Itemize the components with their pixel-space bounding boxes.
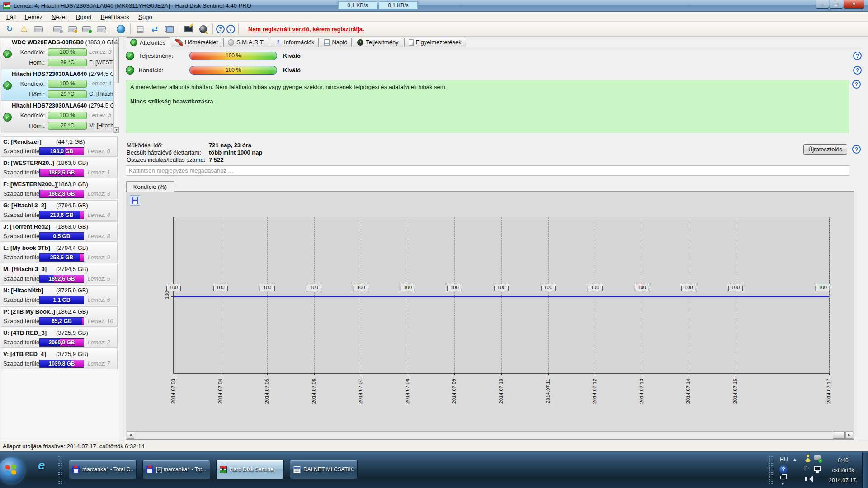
expand-arrow-icon[interactable]: ▲ (793, 457, 797, 462)
scroll-right-icon[interactable]: ► (845, 432, 853, 439)
help-icon[interactable]: ? (216, 25, 225, 33)
disk-list-scrollbar[interactable]: ▲ ▼ (113, 37, 119, 133)
scroll-down-icon[interactable]: ▼ (114, 127, 119, 133)
feedback-flag-icon[interactable]: ⚐ (803, 465, 809, 473)
taskbar-button-label: DALNET MI CSATIK2... (303, 466, 354, 473)
chart-gridline (314, 217, 315, 373)
tab-alerts[interactable]: Figyelmeztetések (404, 38, 466, 47)
chart-tab-kondicio[interactable]: Kondíció (%) (126, 181, 174, 192)
restore-window-icon[interactable] (780, 476, 784, 479)
monitor-edit-icon[interactable] (182, 23, 195, 35)
menu-beállítások[interactable]: Beállítások (96, 13, 134, 21)
disk-clock-icon[interactable] (66, 23, 79, 35)
scrollbar-thumb[interactable] (833, 432, 845, 439)
partition-entry[interactable]: L: [My book 3Tb](2794,4 GB)Szabad terüle… (1, 243, 118, 263)
tab-performance[interactable]: Teljesítmény (353, 38, 403, 47)
disk-name: Hitachi HDS723030ALA640 (2794,5 GB) (12, 70, 113, 77)
scrollbar-thumb[interactable] (114, 43, 119, 83)
tab-information[interactable]: iInformációk (270, 38, 319, 47)
refresh-icon[interactable]: ↻ (3, 23, 16, 35)
temperature-label: Hőm.: (10, 59, 45, 66)
condition-bar: 100 % (48, 80, 87, 88)
network-globe-icon[interactable] (114, 23, 127, 35)
sidebar: WDC WD20EADS-00R6B0 (1863,0 GB)✓Kondíció… (1, 37, 119, 441)
condition-chart: 1002014.07.03.1002014.07.04.1002014.07.0… (173, 217, 830, 374)
menu-fájl[interactable]: Fájl (2, 13, 20, 21)
chart-point-label: 100 (166, 284, 181, 291)
disk-number: Lemez: 0 (88, 148, 110, 155)
disk-entry[interactable]: Hitachi HDS723030ALA640 (2794,5 GB)✓Kond… (1, 69, 113, 101)
menu-lemez[interactable]: Lemez (20, 13, 47, 21)
disk-check-icon[interactable] (80, 23, 93, 35)
report-icon[interactable]: ▤ (134, 23, 146, 35)
taskbar-separator (58, 455, 63, 485)
menu-súgó[interactable]: Súgó (134, 13, 156, 21)
clock[interactable]: 6:40 csütörtök 2014.07.17. (824, 455, 863, 485)
info-icon[interactable]: i (226, 25, 235, 33)
menu-nézet[interactable]: Nézet (47, 13, 71, 21)
show-desktop-button[interactable] (862, 453, 868, 488)
sync-icon[interactable]: ⇄ (148, 23, 161, 35)
disk-icon[interactable] (32, 23, 45, 35)
scroll-left-icon[interactable]: ◄ (127, 432, 134, 439)
chart-tick (361, 373, 361, 375)
partition-entry[interactable]: U: [4TB RED_3](3725,9 GB)Szabad terület2… (1, 328, 118, 348)
save-chart-button[interactable] (130, 195, 140, 206)
taskbar-button[interactable]: marcanka^ - Total C... (69, 460, 137, 479)
taskbar-button[interactable]: [2] marcanka^ - Tot... (142, 460, 210, 479)
tab-log[interactable]: Napló (320, 38, 352, 47)
chart-point-label: 100 (541, 284, 555, 291)
language-indicator[interactable]: HU (778, 455, 790, 464)
comment-field[interactable]: Kattintson megjegyzés megadásához ... (126, 165, 849, 176)
partition-entry[interactable]: G: [Hitachi 3_2](2794,5 GB)Szabad terüle… (1, 200, 118, 221)
help-icon[interactable]: ? (852, 145, 861, 154)
stat-label: Összes indulás/leállás száma: (127, 156, 209, 164)
retest-button[interactable]: Újratesztelés (803, 144, 847, 155)
partition-entry[interactable]: D: [WESTERN20..](1863,0 GB)Szabad terüle… (1, 158, 118, 178)
free-space-value: 2060,9 GB (40, 339, 84, 346)
taskbar-button[interactable]: DALNET MI CSATIK2... (290, 460, 358, 479)
help-icon[interactable]: ? (853, 66, 862, 75)
help-tray-icon[interactable]: ? (779, 465, 788, 474)
user-tray-icon[interactable] (805, 455, 811, 463)
partition-entry[interactable]: N: [Hitachi4tb](3725,9 GB)Szabad terület… (1, 285, 118, 305)
network-icon[interactable] (814, 466, 821, 471)
tab-overview[interactable]: ✓Áttekintés (126, 37, 170, 47)
acoustic-icon[interactable] (197, 23, 209, 35)
tab-temperature[interactable]: Hőmérséklet (171, 38, 222, 47)
disk-entry[interactable]: WDC WD20EADS-00R6B0 (1863,0 GB)✓Kondíció… (1, 38, 113, 69)
disk-search-icon[interactable] (95, 23, 108, 35)
collapse-arrow-icon[interactable]: ▼ (781, 482, 785, 486)
partition-entry[interactable]: M: [Hitachi 3_3](2794,5 GB)Szabad terüle… (1, 264, 118, 284)
floppy-icon (146, 466, 153, 473)
chart-point-label: 100 (354, 284, 368, 291)
computers-icon[interactable] (163, 23, 175, 35)
partition-name: G: [Hitachi 3_2] (3, 202, 46, 209)
internet-explorer-icon[interactable]: e (38, 458, 45, 473)
partition-entry[interactable]: V: [4TB RED_4](3725,9 GB)Szabad terület1… (1, 349, 118, 369)
chart-scrollbar[interactable]: ◄ ► (127, 431, 853, 439)
partition-entry[interactable]: J: [Torrent Red2](1863,0 GB)Szabad terül… (1, 221, 118, 242)
partition-entry[interactable]: F: [WESTERN200..](1863,0 GB)Szabad terül… (1, 179, 118, 199)
partition-size: (2794,5 GB) (56, 266, 88, 272)
disk-detect-icon[interactable] (52, 23, 64, 35)
chart-point-label: 100 (213, 284, 227, 291)
usb-device-icon[interactable] (814, 455, 821, 460)
restore-button[interactable]: ❐ (830, 0, 843, 9)
menu-riport[interactable]: Riport (71, 13, 96, 21)
disk-number: Lemez: 1 (88, 169, 110, 176)
register-link[interactable]: Nem regisztrált verzió, kérem regisztrál… (248, 26, 364, 33)
tab-smart[interactable]: S.M.A.R.T. (223, 38, 269, 47)
disk-entry[interactable]: Hitachi HDS723030ALA640 (2794,5 GB)✓Kond… (1, 101, 113, 132)
taskbar-button[interactable]: Hard Disk Sentinel (216, 460, 284, 479)
alert-icon[interactable]: ⚠ (18, 23, 30, 35)
scroll-up-icon[interactable]: ▲ (114, 38, 119, 43)
volume-icon[interactable] (806, 476, 813, 482)
close-button[interactable]: ✕ (844, 0, 864, 9)
minimize-button[interactable]: ‒ (816, 0, 829, 9)
help-icon[interactable]: ? (852, 80, 861, 89)
partition-entry[interactable]: P: [2TB My Book..](1862,4 GB)Szabad terü… (1, 306, 118, 327)
help-icon[interactable]: ? (853, 52, 862, 60)
partition-entry[interactable]: C: [Rendszer](447,1 GB)Szabad terület193… (1, 136, 118, 157)
chart-point-label: 100 (307, 284, 321, 291)
